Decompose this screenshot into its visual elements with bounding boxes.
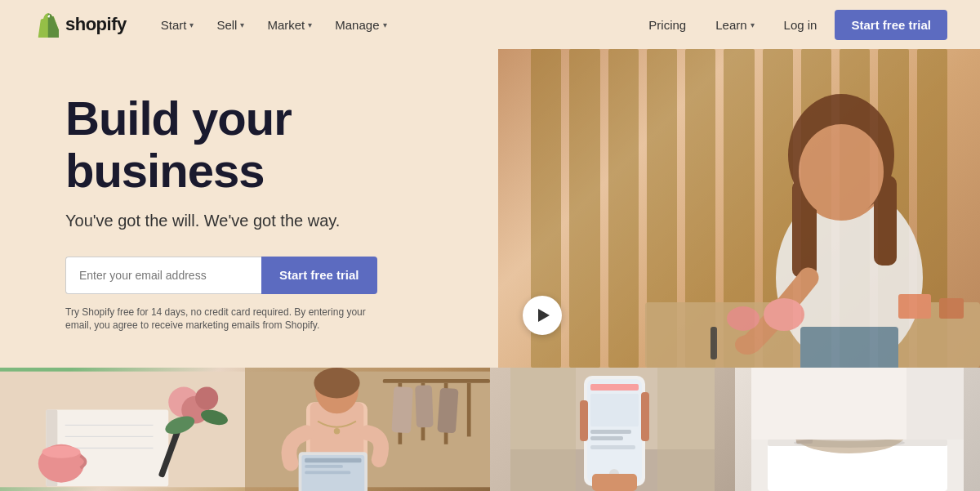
nav-login-link[interactable]: Log in bbox=[773, 11, 829, 38]
chevron-down-icon: ▾ bbox=[383, 20, 387, 29]
bottom-image-2 bbox=[245, 368, 490, 491]
shopify-logo-icon bbox=[33, 11, 59, 38]
svg-rect-53 bbox=[590, 394, 639, 426]
nav-right: Pricing Learn ▾ Log in Start free trial bbox=[637, 10, 947, 40]
svg-rect-58 bbox=[592, 474, 637, 491]
brand-name: shopify bbox=[65, 14, 127, 35]
bottom-image-strip bbox=[0, 368, 980, 491]
svg-point-23 bbox=[195, 386, 218, 409]
svg-rect-62 bbox=[510, 368, 576, 491]
hero-photo bbox=[498, 49, 980, 368]
svg-rect-11 bbox=[939, 298, 964, 319]
nav-links: Start ▾ Sell ▾ Market ▾ Manage ▾ bbox=[151, 11, 638, 38]
nav-start-trial-button[interactable]: Start free trial bbox=[835, 10, 947, 40]
svg-rect-59 bbox=[580, 400, 588, 441]
svg-rect-55 bbox=[590, 436, 623, 440]
shoes-illustration bbox=[735, 368, 980, 491]
nav-market-label: Market bbox=[267, 18, 305, 32]
chevron-down-icon: ▾ bbox=[189, 20, 194, 29]
email-input[interactable] bbox=[65, 257, 261, 294]
tablet-shopping-illustration bbox=[245, 368, 490, 491]
svg-rect-46 bbox=[305, 471, 350, 475]
svg-rect-56 bbox=[590, 445, 635, 449]
hero-title: Build your business bbox=[65, 92, 457, 197]
play-button[interactable] bbox=[523, 296, 562, 335]
svg-rect-78 bbox=[906, 368, 964, 440]
svg-rect-52 bbox=[590, 384, 639, 391]
nav-pricing-link[interactable]: Pricing bbox=[637, 11, 697, 38]
chevron-down-icon: ▾ bbox=[308, 20, 312, 29]
play-icon bbox=[538, 309, 550, 322]
svg-point-41 bbox=[314, 368, 359, 399]
chevron-down-icon: ▾ bbox=[240, 20, 244, 29]
nav-start-label: Start bbox=[161, 18, 187, 32]
svg-rect-44 bbox=[305, 458, 361, 463]
nav-item-sell[interactable]: Sell ▾ bbox=[207, 11, 254, 38]
svg-point-8 bbox=[735, 335, 760, 355]
svg-rect-34 bbox=[467, 383, 471, 437]
svg-point-12 bbox=[764, 298, 804, 331]
svg-rect-10 bbox=[898, 294, 931, 319]
hero-woman-illustration bbox=[498, 49, 980, 368]
svg-point-28 bbox=[42, 446, 81, 458]
nav-item-manage[interactable]: Manage ▾ bbox=[325, 11, 396, 38]
notebook-flowers-illustration bbox=[0, 368, 245, 491]
svg-rect-37 bbox=[437, 388, 458, 434]
hero-section: Build your business You've got the will.… bbox=[0, 49, 980, 368]
svg-rect-36 bbox=[415, 385, 433, 427]
nav-learn-link[interactable]: Learn ▾ bbox=[704, 11, 765, 38]
svg-rect-2 bbox=[800, 327, 898, 368]
svg-rect-61 bbox=[641, 392, 649, 408]
nav-manage-label: Manage bbox=[335, 18, 379, 32]
svg-rect-63 bbox=[657, 368, 715, 491]
nav-item-start[interactable]: Start ▾ bbox=[151, 11, 204, 38]
chevron-down-icon: ▾ bbox=[751, 20, 755, 29]
hero-image bbox=[498, 49, 980, 368]
svg-rect-35 bbox=[391, 386, 412, 433]
bottom-image-4 bbox=[735, 368, 980, 491]
svg-rect-45 bbox=[305, 465, 343, 468]
cta-form: Start free trial bbox=[65, 257, 457, 294]
bottom-image-3 bbox=[490, 368, 735, 491]
nav-sell-label: Sell bbox=[216, 18, 237, 32]
bottom-image-1 bbox=[0, 368, 245, 491]
svg-rect-9 bbox=[710, 327, 717, 359]
hero-subtitle: You've got the will. We've got the way. bbox=[65, 212, 457, 230]
navbar: shopify Start ▾ Sell ▾ Market ▾ Manage ▾… bbox=[0, 0, 980, 49]
hero-disclaimer: Try Shopify free for 14 days, no credit … bbox=[65, 306, 376, 333]
nav-learn-label: Learn bbox=[715, 18, 746, 32]
logo[interactable]: shopify bbox=[33, 11, 127, 38]
nav-item-market[interactable]: Market ▾ bbox=[257, 11, 322, 38]
hero-content: Build your business You've got the will.… bbox=[0, 49, 498, 368]
svg-point-47 bbox=[334, 428, 341, 435]
phone-illustration bbox=[490, 368, 735, 491]
svg-rect-30 bbox=[383, 379, 490, 383]
hero-start-trial-button[interactable]: Start free trial bbox=[261, 257, 377, 294]
svg-point-13 bbox=[727, 306, 760, 331]
svg-rect-54 bbox=[590, 430, 631, 434]
svg-point-7 bbox=[799, 124, 884, 219]
